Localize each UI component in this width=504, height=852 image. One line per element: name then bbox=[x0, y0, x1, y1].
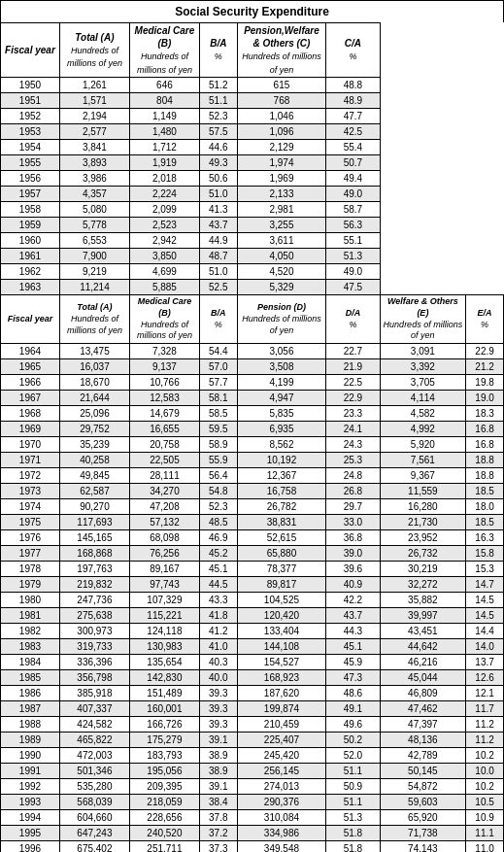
da-cell: 45.9 bbox=[326, 655, 380, 670]
pw-cell: 3,611 bbox=[237, 233, 326, 249]
medical-cell: 135,654 bbox=[129, 655, 199, 670]
table-row: 1955 3,893 1,919 49.3 1,974 50.7 bbox=[1, 155, 504, 171]
ca-cell: 58.7 bbox=[326, 202, 380, 218]
pw-cell: 1,096 bbox=[237, 124, 326, 140]
medical-cell: 34,270 bbox=[129, 484, 199, 499]
pw-cell: 1,969 bbox=[237, 171, 326, 187]
pension-cell: 144,108 bbox=[237, 639, 326, 655]
ba-cell: 39.3 bbox=[199, 686, 237, 701]
pension-cell: 16,758 bbox=[237, 484, 326, 499]
da-cell: 48.6 bbox=[326, 686, 380, 701]
medical-cell: 12,583 bbox=[129, 391, 199, 406]
total-cell: 2,577 bbox=[59, 124, 129, 140]
welfare-cell: 30,219 bbox=[380, 562, 466, 577]
ca-cell: 56.3 bbox=[326, 218, 380, 233]
fiscal-year-cell: 1976 bbox=[1, 530, 60, 546]
ea-cell: 10.9 bbox=[466, 810, 504, 826]
total-cell: 145,165 bbox=[59, 530, 129, 546]
ea-cell: 12.6 bbox=[466, 670, 504, 686]
total-cell: 18,670 bbox=[59, 375, 129, 391]
da-cell: 22.7 bbox=[326, 344, 380, 359]
ea-cell: 12.1 bbox=[466, 686, 504, 701]
welfare-cell: 16,280 bbox=[380, 499, 466, 515]
total-cell: 356,798 bbox=[59, 670, 129, 686]
da-cell: 40.9 bbox=[326, 577, 380, 593]
welfare-cell: 3,091 bbox=[380, 344, 466, 359]
table-row: 1954 3,841 1,712 44.6 2,129 55.4 bbox=[1, 140, 504, 155]
fiscal-year-cell: 1961 bbox=[1, 249, 60, 264]
ba-cell: 45.2 bbox=[199, 546, 237, 562]
ca-cell: 47.7 bbox=[326, 109, 380, 124]
ba-cell: 41.2 bbox=[199, 624, 237, 639]
medical-cell: 2,018 bbox=[129, 171, 199, 187]
ca-cell: 48.8 bbox=[326, 78, 380, 93]
ea-cell: 15.8 bbox=[466, 546, 504, 562]
pw-cell: 4,050 bbox=[237, 249, 326, 264]
pension-cell: 89,817 bbox=[237, 577, 326, 593]
fiscal-year-cell: 1982 bbox=[1, 624, 60, 639]
pw-cell: 1,046 bbox=[237, 109, 326, 124]
pw-cell: 2,129 bbox=[237, 140, 326, 155]
medical-cell: 10,766 bbox=[129, 375, 199, 391]
ca-cell: 47.5 bbox=[326, 280, 380, 295]
ea-cell: 10.5 bbox=[466, 795, 504, 810]
total-cell: 219,832 bbox=[59, 577, 129, 593]
fiscal-year-header2: Fiscal year bbox=[1, 295, 60, 344]
medical-cell: 228,656 bbox=[129, 810, 199, 826]
table-row: 1968 25,096 14,679 58.5 5,835 23.3 4,582… bbox=[1, 406, 504, 422]
ea-cell: 14.5 bbox=[466, 593, 504, 608]
total-cell: 168,868 bbox=[59, 546, 129, 562]
ba-cell: 50.6 bbox=[199, 171, 237, 187]
pw-cell: 1,974 bbox=[237, 155, 326, 171]
total-cell: 7,900 bbox=[59, 249, 129, 264]
table-row: 1984 336,396 135,654 40.3 154,527 45.9 4… bbox=[1, 655, 504, 670]
da-cell: 39.6 bbox=[326, 562, 380, 577]
da-cell: 22.5 bbox=[326, 375, 380, 391]
ea-cell: 10.0 bbox=[466, 764, 504, 779]
pension-cell: 168,923 bbox=[237, 670, 326, 686]
ea-cell: 10.2 bbox=[466, 779, 504, 795]
table-row: 1958 5,080 2,099 41.3 2,981 58.7 bbox=[1, 202, 504, 218]
medical-cell: 5,885 bbox=[129, 280, 199, 295]
medical-header2: Medical Care (B) Hundreds of millions of… bbox=[129, 295, 199, 344]
pension-cell: 3,508 bbox=[237, 359, 326, 375]
fiscal-year-cell: 1951 bbox=[1, 93, 60, 109]
fiscal-year-cell: 1990 bbox=[1, 748, 60, 764]
ea-cell: 16.3 bbox=[466, 530, 504, 546]
ba-cell: 45.1 bbox=[199, 562, 237, 577]
total-cell: 13,475 bbox=[59, 344, 129, 359]
ea-cell: 14.7 bbox=[466, 577, 504, 593]
pw-header: Pension,Welfare & Others (C) Hundreds of… bbox=[237, 23, 326, 78]
medical-cell: 209,395 bbox=[129, 779, 199, 795]
pw-cell: 615 bbox=[237, 78, 326, 93]
welfare-cell: 4,992 bbox=[380, 422, 466, 437]
pension-cell: 256,145 bbox=[237, 764, 326, 779]
ba-cell: 59.5 bbox=[199, 422, 237, 437]
ea-cell: 11.1 bbox=[466, 826, 504, 841]
ba-cell: 57.0 bbox=[199, 359, 237, 375]
ba-cell: 57.7 bbox=[199, 375, 237, 391]
total-cell: 25,096 bbox=[59, 406, 129, 422]
da-cell: 49.1 bbox=[326, 701, 380, 717]
table-row: 1970 35,239 20,758 58.9 8,562 24.3 5,920… bbox=[1, 437, 504, 453]
fiscal-year-cell: 1964 bbox=[1, 344, 60, 359]
medical-cell: 115,221 bbox=[129, 608, 199, 624]
medical-cell: 4,699 bbox=[129, 264, 199, 280]
welfare-cell: 32,272 bbox=[380, 577, 466, 593]
fiscal-year-cell: 1955 bbox=[1, 155, 60, 171]
welfare-cell: 42,789 bbox=[380, 748, 466, 764]
welfare-cell: 43,451 bbox=[380, 624, 466, 639]
fiscal-year-cell: 1972 bbox=[1, 468, 60, 484]
total-cell: 472,003 bbox=[59, 748, 129, 764]
da-cell: 33.0 bbox=[326, 515, 380, 530]
fiscal-year-cell: 1978 bbox=[1, 562, 60, 577]
pension-cell: 26,782 bbox=[237, 499, 326, 515]
ca-cell: 49.0 bbox=[326, 264, 380, 280]
pension-cell: 52,615 bbox=[237, 530, 326, 546]
ba-cell: 43.7 bbox=[199, 218, 237, 233]
ca-cell: 49.4 bbox=[326, 171, 380, 187]
medical-cell: 804 bbox=[129, 93, 199, 109]
total-cell: 3,986 bbox=[59, 171, 129, 187]
fiscal-year-cell: 1993 bbox=[1, 795, 60, 810]
medical-cell: 183,793 bbox=[129, 748, 199, 764]
